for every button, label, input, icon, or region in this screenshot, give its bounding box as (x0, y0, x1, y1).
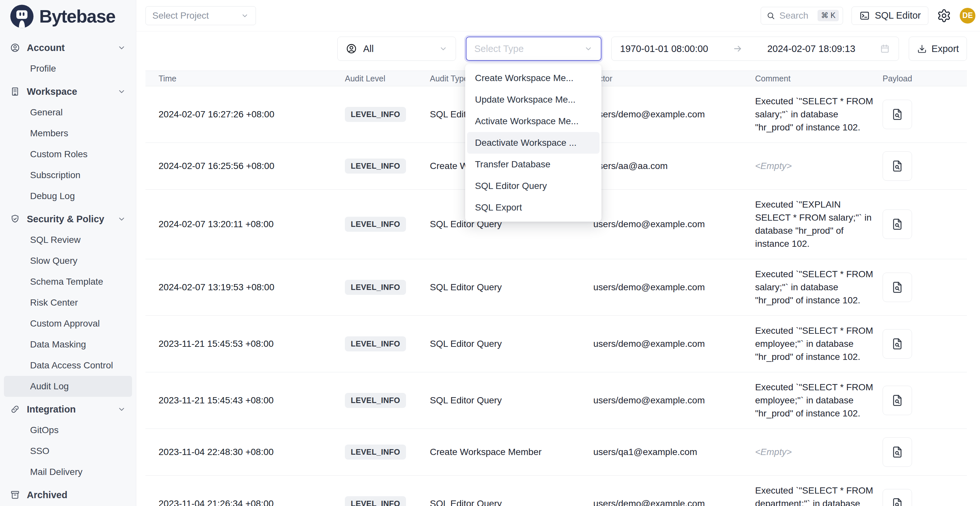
sidebar-item-general[interactable]: General (4, 102, 132, 123)
sidebar-item-custom-roles[interactable]: Custom Roles (4, 144, 132, 165)
payload-view-button[interactable] (883, 273, 912, 302)
payload-view-button[interactable] (883, 489, 912, 506)
project-select[interactable]: Select Project (145, 6, 256, 25)
sidebar-label: Audit Log (30, 381, 68, 391)
sidebar-nav: AccountProfileWorkspaceGeneralMembersCus… (4, 35, 132, 505)
download-icon (917, 44, 927, 54)
sidebar-section-workspace[interactable]: Workspace (4, 81, 132, 102)
chevron-down-icon (584, 44, 593, 53)
sidebar-item-schema-template[interactable]: Schema Template (4, 271, 132, 292)
search-shortcut-badge: ⌘ K (818, 10, 839, 21)
actor-filter-value: All (363, 43, 374, 54)
cell-actor: users/demo@example.com (593, 339, 755, 349)
menu-item-update-workspace-me[interactable]: Update Workspace Me... (467, 89, 600, 110)
file-search-icon (891, 445, 904, 459)
project-select-placeholder: Select Project (152, 10, 209, 21)
sidebar-item-data-masking[interactable]: Data Masking (4, 334, 132, 355)
sidebar-item-subscription[interactable]: Subscription (4, 165, 132, 186)
chevron-down-icon (117, 215, 126, 224)
sidebar-item-debug-log[interactable]: Debug Log (4, 186, 132, 207)
payload-view-button[interactable] (883, 210, 912, 239)
type-filter-menu: Create Workspace Me...Update Workspace M… (465, 64, 601, 222)
date-range-end: 2024-02-07 18:09:13 (767, 43, 855, 54)
sidebar-label: Members (30, 128, 68, 138)
cell-audit-type: Create Workspace Member (430, 447, 593, 457)
sql-editor-button[interactable]: SQL Editor (851, 6, 928, 25)
sidebar-section-archived[interactable]: Archived (4, 484, 132, 505)
sidebar-label: Subscription (30, 170, 80, 180)
cell-time: 2024-02-07 13:19:53 +08:00 (159, 282, 345, 293)
export-label: Export (932, 43, 959, 54)
file-search-icon (891, 497, 904, 506)
sidebar-label: Mail Delivery (30, 467, 83, 477)
export-button[interactable]: Export (909, 37, 967, 61)
cell-time: 2023-11-21 15:45:53 +08:00 (159, 339, 345, 349)
terminal-icon (859, 10, 870, 21)
sidebar-item-gitops[interactable]: GitOps (4, 420, 132, 441)
audit-level-badge: LEVEL_INFO (345, 336, 406, 352)
sidebar-item-risk-center[interactable]: Risk Center (4, 292, 132, 313)
file-search-icon (891, 393, 904, 407)
avatar[interactable]: DE (960, 8, 975, 24)
cell-comment: Executed `"SELECT * FROM employee;"` in … (755, 381, 873, 420)
audit-level-badge: LEVEL_INFO (345, 280, 406, 295)
cell-audit-type: SQL Editor Query (430, 339, 593, 349)
cell-actor: users/demo@example.com (593, 219, 755, 229)
sidebar-item-slow-query[interactable]: Slow Query (4, 250, 132, 271)
shield-check-icon (10, 214, 20, 224)
search-icon (766, 11, 775, 20)
sidebar-item-custom-approval[interactable]: Custom Approval (4, 313, 132, 334)
search-input[interactable]: Search ⌘ K (760, 7, 843, 24)
sidebar: Bytebase AccountProfileWorkspaceGeneralM… (0, 0, 136, 506)
sidebar-item-members[interactable]: Members (4, 123, 132, 144)
sidebar-section-account[interactable]: Account (4, 37, 132, 58)
sidebar-item-data-access-control[interactable]: Data Access Control (4, 355, 132, 376)
sidebar-section-security-policy[interactable]: Security & Policy (4, 208, 132, 229)
menu-item-activate-workspace-me[interactable]: Activate Workspace Me... (467, 110, 600, 132)
cell-audit-type: SQL Editor Query (430, 282, 593, 293)
sidebar-item-sso[interactable]: SSO (4, 441, 132, 461)
payload-view-button[interactable] (883, 100, 912, 129)
cell-time: 2023-11-21 15:45:43 +08:00 (159, 395, 345, 406)
menu-item-sql-export[interactable]: SQL Export (467, 197, 600, 218)
cell-comment: <Empty> (755, 159, 873, 173)
sidebar-label: Integration (27, 404, 76, 415)
sidebar-item-audit-log[interactable]: Audit Log (4, 376, 132, 397)
menu-item-deactivate-workspace[interactable]: Deactivate Workspace ... (467, 132, 600, 154)
date-range-picker[interactable]: 1970-01-01 08:00:00 2024-02-07 18:09:13 (611, 37, 899, 61)
actor-filter-select[interactable]: All (337, 37, 456, 61)
menu-item-sql-editor-query[interactable]: SQL Editor Query (467, 175, 600, 197)
menu-item-transfer-database[interactable]: Transfer Database (467, 154, 600, 175)
sidebar-label: Security & Policy (27, 214, 104, 224)
chevron-down-icon (117, 87, 126, 96)
cell-actor: users/demo@example.com (593, 395, 755, 406)
chevron-down-icon (240, 11, 249, 20)
sidebar-item-mail-delivery[interactable]: Mail Delivery (4, 461, 132, 482)
sidebar-item-sql-review[interactable]: SQL Review (4, 229, 132, 250)
payload-view-button[interactable] (883, 386, 912, 415)
file-search-icon (891, 217, 904, 231)
cell-audit-type: SQL Editor Query (430, 498, 593, 506)
cell-time: 2024-02-07 16:27:26 +08:00 (159, 109, 345, 119)
payload-view-button[interactable] (883, 329, 912, 359)
sidebar-label: Archived (27, 490, 67, 500)
cell-actor: users/aa@aa.com (593, 161, 755, 171)
brand-logo[interactable]: Bytebase (4, 0, 132, 33)
chevron-down-icon (439, 44, 448, 53)
sidebar-label: Data Access Control (30, 360, 113, 371)
payload-view-button[interactable] (883, 151, 912, 181)
sidebar-label: Debug Log (30, 191, 75, 201)
sidebar-section-integration[interactable]: Integration (4, 399, 132, 420)
audit-level-badge: LEVEL_INFO (345, 217, 406, 232)
menu-item-create-workspace-me[interactable]: Create Workspace Me... (467, 67, 600, 89)
sidebar-label: Schema Template (30, 277, 103, 287)
file-search-icon (891, 337, 904, 351)
type-filter-select[interactable]: Select Type (466, 37, 601, 61)
column-header-audit-level: Audit Level (345, 74, 430, 83)
sidebar-item-profile[interactable]: Profile (4, 58, 132, 79)
payload-view-button[interactable] (883, 438, 912, 467)
bytebase-logo-icon (10, 4, 34, 29)
gear-icon[interactable] (937, 8, 951, 23)
table-row: 2023-11-04 22:48:30 +08:00LEVEL_INFOCrea… (145, 429, 967, 476)
cell-comment: Executed `"SELECT * FROM employee;"` in … (755, 324, 873, 363)
